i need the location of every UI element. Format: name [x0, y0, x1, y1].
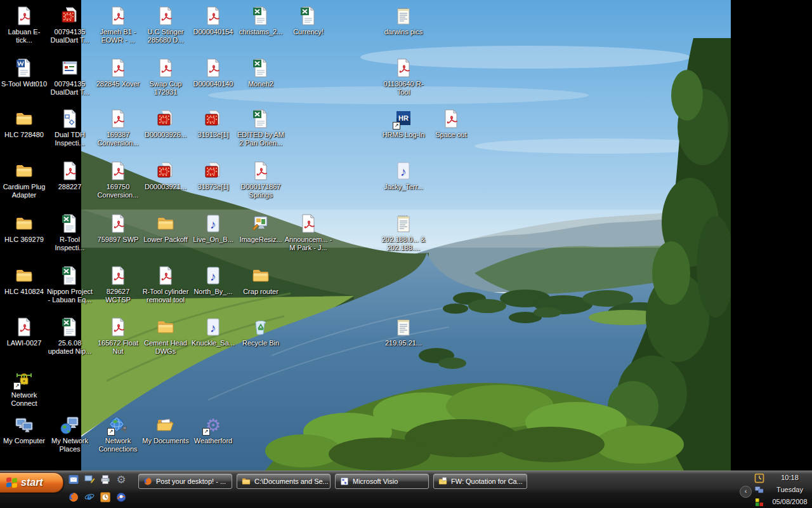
desktop-icon-imageresiz[interactable]: ImageResiz...: [237, 213, 285, 244]
folder-icon: [13, 108, 35, 130]
desktop-icon-d000171867-springs[interactable]: D000171867 Springs: [237, 160, 285, 199]
pdf-icon: [298, 213, 319, 234]
gear-icon: ⚙↗: [202, 414, 224, 436]
desktop-icon-d00003921[interactable]: D00003921...: [141, 160, 190, 191]
desktop-icon-my-documents[interactable]: My Documents: [141, 414, 190, 445]
firefox-icon[interactable]: [67, 491, 81, 505]
taskbar-button-fw-quotation-for-ca[interactable]: FW: Quotation for Ca...: [433, 474, 527, 489]
mycomputer-icon: [13, 414, 35, 436]
tray-network-icon[interactable]: [754, 485, 765, 496]
desktop-icon-network-connections[interactable]: ↗Network Connections: [94, 414, 142, 453]
desktop-icon-label: 31913e[1]: [189, 131, 237, 139]
desktop-icon-dual-tdh-inspecti[interactable]: Dual TDH Inspecti...: [46, 108, 94, 147]
txt-icon: [393, 316, 414, 338]
start-button[interactable]: start: [0, 472, 63, 493]
shortcut-arrow-icon: ↗: [393, 122, 400, 130]
desktop-icon-label: D00003926...: [141, 131, 190, 139]
app-icon: [59, 57, 81, 79]
desktop-icon-christams-2[interactable]: christams_2...: [237, 5, 285, 36]
taskbar-button-microsoft-visio[interactable]: Microsoft Visio: [335, 474, 429, 489]
desktop-icon-live-on-b[interactable]: ♪Live_On_B...: [189, 213, 237, 244]
show-desktop-icon[interactable]: [83, 473, 97, 487]
settings-gear-icon[interactable]: ⚙: [115, 473, 129, 487]
desktop-icon-crap-router[interactable]: Crap router: [237, 265, 285, 296]
desktop-icon-288227[interactable]: 288227: [46, 160, 94, 191]
desktop-icon-169750-conversion[interactable]: 169750 Conversion...: [94, 160, 142, 199]
printer-icon[interactable]: [99, 473, 113, 487]
desktop-icon-cardium-plug-adapter[interactable]: Cardium Plug Adapter: [0, 160, 48, 199]
desktop-icon-202-188-0-202-188[interactable]: 202.188.0... & 202.188....: [379, 213, 428, 252]
desktop-icon-hlc-369279[interactable]: HLC 369279: [0, 213, 48, 244]
desktop-icon-lower-packoff[interactable]: Lower Packoff: [141, 213, 190, 244]
desktop-icon-space-out[interactable]: Space out: [427, 108, 475, 139]
pdf-icon: [155, 265, 176, 286]
desktop-icon-282845-xover[interactable]: 282845 Xover: [94, 57, 142, 88]
desktop-icon-r-tool-inspecti[interactable]: R-Tool Inspecti...: [46, 213, 94, 252]
desktop-icon-north-by[interactable]: ♪North_By_...: [189, 265, 237, 296]
netconn-icon: ↗: [107, 414, 129, 436]
media-player-icon[interactable]: [115, 491, 129, 505]
desktop-icon-829627-wctsp[interactable]: 829627 WCTSP: [94, 265, 142, 304]
taskbar-button-post-your-desktop[interactable]: Post your desktop! - ...: [138, 474, 232, 489]
desktop-icon-label: Jerneh B1 - EOWR - ...: [94, 28, 142, 44]
desktop-icon-u-c-stinger-285680-d[interactable]: U.C Stinger 285680 D...: [141, 5, 190, 44]
desktop-icon-hlc-728480[interactable]: HLC 728480: [0, 108, 48, 139]
internet-explorer-icon[interactable]: e: [83, 491, 97, 505]
desktop-icon-165672-float-nut[interactable]: 165672 Float Nut: [94, 316, 142, 356]
desktop-icon-network-connect[interactable]: ↗Network Connect: [0, 368, 48, 408]
desktop-icon-25-6-08-updated-nip[interactable]: 25.6.08 updated Nip...: [46, 316, 94, 356]
desktop-icon-jerneh-b1-eowr[interactable]: Jerneh B1 - EOWR - ...: [94, 5, 142, 44]
desktop-icon-s-tool-wdt010[interactable]: S-Tool Wdt010: [0, 57, 48, 88]
dwg-icon: [202, 160, 224, 182]
windows-xp-desktop: Labuan E-tick...00794135 DualDart T...Je…: [0, 0, 812, 508]
desktop-icon-hrms-log-in[interactable]: HR↗HRMS Log-In: [379, 108, 428, 139]
desktop-icon-31873e-1[interactable]: 31873e[1]: [189, 160, 237, 191]
desktop-icon-moneh2[interactable]: Moneh2: [237, 57, 285, 88]
xls-icon: [250, 5, 272, 27]
desktop-icon-darwins-pics[interactable]: darwins pics: [379, 5, 428, 36]
desktop-icon-label: Live_On_B...: [189, 236, 237, 244]
desktop-icon-currency[interactable]: Currency!: [284, 5, 332, 36]
desktop-icon-00794135-dualdart-t[interactable]: 00794135 DualDart T...: [46, 5, 94, 44]
desktop-icon-d00003926[interactable]: D00003926...: [141, 108, 190, 139]
clock-app-icon[interactable]: [99, 491, 113, 505]
desktop-icon-label: 31873e[1]: [189, 183, 237, 191]
desktop-icon-01130640-r-tool[interactable]: 01130640 R-Tool: [379, 57, 428, 97]
desktop-icon-labuan-e-tick[interactable]: Labuan E-tick...: [0, 5, 48, 44]
desktop-icon-759897-swp[interactable]: 759897 SWP: [94, 213, 142, 244]
pdf-icon: [155, 5, 176, 27]
tray-clock[interactable]: 10:18 Tuesday 05/08/2008: [768, 472, 812, 508]
desktop-icon-edited-by-am-2-pan-orien[interactable]: EDITED by AM 2 Pan Orien...: [237, 108, 285, 147]
xls-icon: [59, 213, 81, 234]
desktop-icon-announcem-m-park-j[interactable]: Announcem... - M Park - J...: [284, 213, 332, 252]
desktop-icon-nippon-project-labuan-eq[interactable]: Nippon Project - Labuan Eq...: [46, 265, 94, 304]
desktop-icon-cement-head-dwgs[interactable]: Cement Head DWGs: [141, 316, 190, 356]
desktop-icon-knuckle-sa[interactable]: ♪Knuckle_Sa...: [189, 316, 237, 347]
taskbar-button-c-documents-and-se[interactable]: C:\Documents and Se...: [237, 474, 331, 489]
desktop-icon-219-95-21[interactable]: 219.95.21...: [379, 316, 428, 347]
desktop-icon-recycle-bin[interactable]: Recycle Bin: [237, 316, 285, 347]
outlook-express-icon[interactable]: [67, 473, 81, 487]
desktop-icon-d000040140[interactable]: D000040140: [189, 57, 237, 88]
desktop-icon-169387-conversion[interactable]: 169387 Conversion...: [94, 108, 142, 147]
pdf-icon: [59, 160, 81, 182]
desktop-icon-label: U.C Stinger 285680 D...: [141, 28, 190, 44]
desktop-icon-weatherford[interactable]: ⚙↗Weatherford: [189, 414, 237, 445]
desktop-icon-r-tool-cylinder-removal-tool[interactable]: R-Tool cylinder removal tool: [141, 265, 190, 304]
tray-color-grid-icon[interactable]: [754, 497, 765, 508]
desktop-icon-swap-cup-172931[interactable]: Swap Cup 172931: [141, 57, 190, 97]
desktop-icon-my-computer[interactable]: My Computer: [0, 414, 48, 445]
svg-text:♪: ♪: [210, 270, 216, 283]
desktop-icon-label: D000040140: [189, 80, 237, 88]
desktop-icon-31913e-1[interactable]: 31913e[1]: [189, 108, 237, 139]
desktop-icon-00794135-dualdart-t[interactable]: 00794135 DualDart T...: [46, 57, 94, 97]
desktop-icon-label: 169387 Conversion...: [94, 131, 142, 147]
tray-clock-icon[interactable]: [754, 473, 765, 484]
desktop-icon-hlc-410824[interactable]: HLC 410824: [0, 265, 48, 296]
tray-collapse-chevron-icon[interactable]: ‹: [740, 486, 752, 498]
desktop-icon-my-network-places[interactable]: My Network Places: [46, 414, 94, 453]
desktop-icon-lawi-0027[interactable]: LAWI-0027: [0, 316, 48, 347]
desktop-icon-label: Cardium Plug Adapter: [0, 183, 48, 199]
desktop-icon-jacky-terr[interactable]: ♪Jacky_Terr...: [379, 160, 428, 191]
desktop-icon-d000040154[interactable]: D000040154: [189, 5, 237, 36]
